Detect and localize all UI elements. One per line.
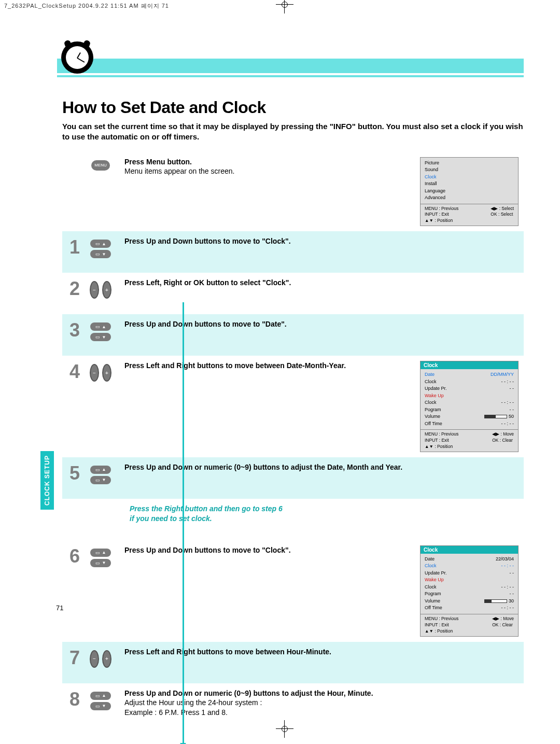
page-number: 71 bbox=[56, 604, 63, 612]
step-7: 7−+Press Left and Right buttons to move … bbox=[62, 642, 524, 683]
down-button-icon: ▭▼ bbox=[90, 333, 111, 341]
step-8: 8▭▲▭▼Press Up and Down or numeric (0~9) … bbox=[62, 683, 524, 725]
osd-panel: PictureSoundClockInstallLanguageAdvanced… bbox=[420, 157, 519, 227]
step-text: Press Up and Down buttons to move to "Cl… bbox=[124, 545, 420, 555]
step-text: Press Up and Down buttons to move to "Cl… bbox=[124, 236, 420, 246]
registration-mark-icon bbox=[280, 0, 289, 9]
step-text: Press Left and Right buttons to move bet… bbox=[124, 647, 420, 657]
step-6: 6▭▲▭▼Press Up and Down buttons to move t… bbox=[62, 540, 524, 642]
hint-text: Press the Right button and then go to st… bbox=[130, 504, 524, 514]
step-1: 1▭▲▭▼Press Up and Down buttons to move t… bbox=[62, 231, 524, 273]
up-button-icon: ▭▲ bbox=[90, 322, 111, 331]
step-2: 2−+Press Left, Right or OK button to sel… bbox=[62, 273, 524, 314]
alarm-clock-icon bbox=[61, 41, 93, 74]
step-text: Press Menu button. bbox=[124, 157, 420, 167]
step-number: 1 bbox=[64, 236, 85, 258]
step-3: 3▭▲▭▼Press Up and Down buttons to move t… bbox=[62, 314, 524, 356]
step-number: 2 bbox=[64, 278, 85, 300]
up-button-icon: ▭▲ bbox=[90, 549, 111, 557]
accent-bar bbox=[57, 59, 524, 73]
up-button-icon: ▭▲ bbox=[90, 692, 111, 700]
osd-title: Clock bbox=[421, 361, 518, 369]
step-text: Press Up and Down or numeric (0~9) butto… bbox=[124, 689, 420, 698]
menu-button-icon: MENU bbox=[91, 160, 110, 171]
step-text: Example : 6 P.M. Press 1 and 8. bbox=[124, 708, 420, 718]
mid-note: Press the Right button and then go to st… bbox=[62, 499, 524, 540]
right-button-icon: + bbox=[102, 281, 111, 299]
step-text: Press Up and Down or numeric (0~9) butto… bbox=[124, 462, 420, 472]
down-button-icon: ▭▼ bbox=[90, 250, 111, 258]
step-number: 6 bbox=[64, 545, 85, 567]
page-title: How to Set Date and Clock bbox=[62, 98, 524, 117]
section-tab: CLOCK SETUP bbox=[40, 451, 54, 510]
step-menu: MENU Press Menu button. Menu items appea… bbox=[62, 152, 524, 232]
osd-title: Clock bbox=[421, 546, 518, 554]
registration-mark-icon bbox=[280, 724, 289, 734]
down-button-icon: ▭▼ bbox=[90, 559, 111, 567]
right-button-icon: + bbox=[102, 364, 111, 382]
step-number: 4 bbox=[64, 361, 85, 383]
step-text: Press Left, Right or OK button to select… bbox=[124, 278, 420, 288]
step-4: 4−+Press Left and Right buttons to move … bbox=[62, 356, 524, 457]
step-number: 3 bbox=[64, 319, 85, 341]
step-timeline-icon bbox=[183, 302, 184, 743]
up-button-icon: ▭▲ bbox=[90, 466, 111, 474]
up-button-icon: ▭▲ bbox=[90, 240, 111, 248]
down-button-icon: ▭▼ bbox=[90, 702, 111, 710]
step-text: Adjust the Hour using the 24-hour system… bbox=[124, 698, 420, 708]
step-text: Menu items appear on the screen. bbox=[124, 166, 420, 176]
osd-panel: ClockDateDD/MM/YYClock- - : - -Update Pr… bbox=[420, 361, 519, 452]
step-text: Press Left and Right buttons to move bet… bbox=[124, 361, 420, 371]
step-number: 8 bbox=[64, 689, 85, 710]
step-text: Press Up and Down buttons to move to "Da… bbox=[124, 319, 420, 329]
step-5: 5▭▲▭▼Press Up and Down or numeric (0~9) … bbox=[62, 457, 524, 499]
left-button-icon: − bbox=[90, 650, 99, 668]
right-button-icon: + bbox=[102, 650, 111, 668]
intro-text: You can set the current time so that it … bbox=[62, 121, 524, 143]
left-button-icon: − bbox=[90, 364, 99, 382]
left-button-icon: − bbox=[90, 281, 99, 299]
hint-text: if you need to set clock. bbox=[130, 514, 524, 524]
step-number: 5 bbox=[64, 462, 85, 484]
step-number: 7 bbox=[64, 647, 85, 669]
osd-panel: ClockDate22/03/04Clock- - : - -Update Pr… bbox=[420, 545, 519, 637]
down-button-icon: ▭▼ bbox=[90, 476, 111, 484]
